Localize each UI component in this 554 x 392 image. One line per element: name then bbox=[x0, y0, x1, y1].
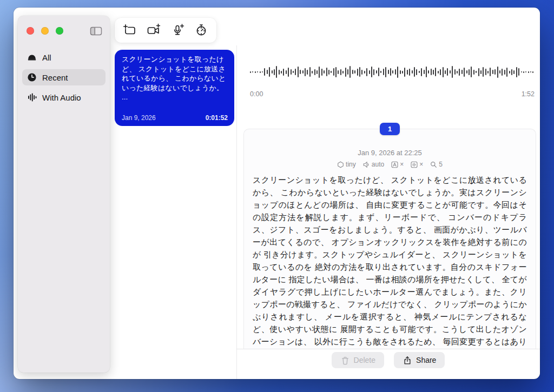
transcript-meta-row: tiny auto bbox=[244, 161, 536, 168]
recording-preview: スクリーンショットを取ったけど、 スクトットをどこに放送されているから、 こわか… bbox=[122, 55, 227, 102]
recording-duration: 0:01:52 bbox=[206, 114, 228, 122]
recording-timer-button[interactable] bbox=[192, 21, 211, 40]
model-toggle[interactable]: tiny bbox=[337, 161, 356, 168]
sidebar-item-label: All bbox=[42, 53, 51, 62]
desktop-wallpaper: All Recent bbox=[0, 0, 554, 392]
search-icon bbox=[430, 161, 437, 168]
recordings-icon bbox=[27, 52, 37, 62]
recording-date: Jan 9, 2026 bbox=[122, 114, 156, 122]
sidebar-item-label: With Audio bbox=[42, 93, 81, 102]
display-plus-icon bbox=[123, 23, 137, 37]
sidebar-item-with-audio[interactable]: With Audio bbox=[22, 89, 105, 105]
footer-divider bbox=[236, 349, 540, 349]
close-button[interactable] bbox=[27, 27, 34, 35]
new-video-recording-button[interactable] bbox=[144, 21, 163, 40]
remaining-time: 1:52 bbox=[522, 90, 535, 98]
language-toggle[interactable]: auto bbox=[363, 161, 384, 168]
sidebar-item-label: Recent bbox=[42, 73, 68, 82]
sidebar-list: All Recent bbox=[22, 49, 105, 109]
translate-icon bbox=[391, 161, 398, 168]
camera-plus-icon bbox=[147, 23, 161, 37]
app-window: All Recent bbox=[14, 8, 540, 379]
microphone-plus-icon bbox=[170, 23, 184, 37]
clock-icon bbox=[27, 72, 37, 82]
timer-dial-icon bbox=[194, 23, 208, 37]
segments-icon bbox=[411, 161, 418, 168]
recording-list-item[interactable]: スクリーンショットを取ったけど、 スクトットをどこに放送されているから、 こわか… bbox=[115, 50, 234, 126]
sidebar-item-recent[interactable]: Recent bbox=[22, 69, 105, 85]
speaker-icon bbox=[363, 161, 370, 168]
playback-times: 0:00 1:52 bbox=[250, 90, 535, 98]
transcript-body: スクリーンショットを取ったけど、 スクトットをどこに放送されているから、 こわか… bbox=[253, 174, 527, 349]
zoom-button[interactable] bbox=[56, 27, 63, 35]
waveform[interactable] bbox=[250, 59, 535, 85]
waveform-icon bbox=[27, 92, 37, 102]
sidebar: All Recent bbox=[18, 16, 110, 373]
elapsed-time: 0:00 bbox=[250, 90, 263, 98]
share-icon bbox=[403, 355, 412, 366]
delete-button[interactable]: Delete bbox=[332, 352, 384, 368]
window-controls bbox=[27, 27, 63, 35]
transcript-card: Jan 9, 2026 at 22:25 tiny bbox=[243, 129, 536, 349]
detail-pane: 0:00 1:52 1 Jan 9, 2026 at 22:25 tiny bbox=[236, 8, 540, 379]
translate-toggle[interactable]: × bbox=[391, 161, 404, 168]
search-matches[interactable]: 5 bbox=[430, 161, 443, 168]
transcript-datetime: Jan 9, 2026 at 22:25 bbox=[244, 149, 536, 157]
footer-actions: Delete Share bbox=[236, 352, 540, 368]
minimize-button[interactable] bbox=[41, 27, 49, 35]
hexagon-icon bbox=[337, 161, 344, 168]
recording-meta: Jan 9, 2026 0:01:52 bbox=[122, 114, 228, 122]
sidebar-toggle-icon[interactable] bbox=[90, 26, 102, 36]
trash-icon bbox=[340, 355, 350, 366]
segments-toggle[interactable]: × bbox=[411, 161, 423, 168]
toolbar bbox=[115, 18, 216, 43]
segment-badge[interactable]: 1 bbox=[380, 123, 400, 135]
sidebar-item-all[interactable]: All bbox=[22, 49, 105, 65]
share-button[interactable]: Share bbox=[394, 352, 445, 368]
new-screen-recording-button[interactable] bbox=[120, 21, 140, 40]
new-audio-recording-button[interactable] bbox=[168, 21, 187, 40]
